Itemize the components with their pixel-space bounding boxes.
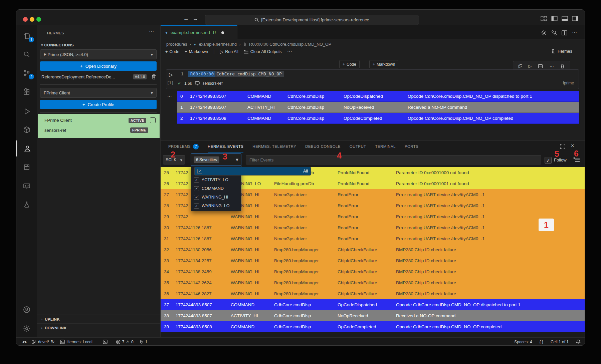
profile-card-active[interactable]: FPrime Client ACTIVE sensors-ref FPRIME <box>38 114 160 138</box>
sidebar-item-search[interactable] <box>16 46 37 62</box>
filter-events-input[interactable] <box>246 155 541 164</box>
table-row[interactable]: 2 1774244893.8508 COMMAND CdhCore.cmdDis… <box>177 113 579 124</box>
sidebar-item-source-control[interactable]: 2 <box>16 65 37 81</box>
remote-indicator[interactable]: >< <box>22 340 26 344</box>
command-center-search[interactable]: [Extension Development Host] fprime-sens… <box>205 15 419 25</box>
breadcrumb-item[interactable]: R00:00:00 CdhCore.cmdDisp.CMD_NO_OP <box>249 42 331 47</box>
settings-button[interactable] <box>16 321 37 337</box>
tab-hermes-telemetry[interactable]: HERMES: TELEMETRY <box>252 140 296 152</box>
trash-icon[interactable] <box>151 74 156 79</box>
forward-arrow-icon[interactable]: → <box>193 15 198 22</box>
create-profile-button[interactable]: +Create Profile <box>40 100 157 109</box>
hermes-server-item[interactable]: Hermes: Local <box>60 340 92 344</box>
table-row[interactable]: 37 1774244893.8507 COMMAND CdhCore.cmdDi… <box>161 299 585 310</box>
severity-option[interactable]: ✓ WARNING_LO <box>191 202 241 210</box>
split-cell-icon[interactable] <box>538 64 543 69</box>
tab-debug-console[interactable]: DEBUG CONSOLE <box>305 140 341 152</box>
table-row[interactable]: 0 1774244893.8507 COMMAND CdhCore.cmdDis… <box>177 91 579 102</box>
toggle-sidebar-left-icon[interactable] <box>551 16 558 21</box>
tab-output[interactable]: OUTPUT <box>350 140 366 152</box>
table-row[interactable]: 29 17742 WARNING_HI NmeaGps.driver ReadE… <box>161 211 585 222</box>
table-row[interactable]: 32 1774241130.2056 WARNING_HI Bmp280.bmp… <box>161 244 585 255</box>
connections-section-header[interactable]: ▾ CONNECTIONS <box>41 43 74 47</box>
sidebar-item-hermes[interactable] <box>16 140 38 156</box>
more-actions-icon[interactable]: ⋯ <box>572 30 578 36</box>
close-traffic-light[interactable] <box>23 17 28 22</box>
add-code-cell-button[interactable]: +Code <box>165 49 179 54</box>
back-arrow-icon[interactable]: ← <box>183 15 189 22</box>
code-line[interactable]: 1 R00:00:00CdhCore.cmdDisp.CMD_NO_OP <box>181 71 284 76</box>
sidebar-item-testing[interactable] <box>16 197 37 213</box>
ports-indicator[interactable]: 1 <box>139 340 148 344</box>
run-all-button[interactable]: ▷Run All <box>220 49 238 54</box>
add-markdown-cell-button[interactable]: +Markdown <box>185 49 208 54</box>
table-row[interactable]: 33 1774241134.2257 WARNING_HI Bmp280.bmp… <box>161 255 585 266</box>
account-button[interactable] <box>16 302 37 318</box>
sidebar-item-run-debug[interactable] <box>16 103 37 119</box>
table-row[interactable]: 35 1774241142.2624 WARNING_HI Bmp280.bmp… <box>161 277 585 288</box>
run-cell-icon[interactable]: ▷ <box>169 72 173 78</box>
clear-all-outputs-button[interactable]: Clear All Outputs <box>244 49 282 54</box>
insert-code-cell-button[interactable]: +Code <box>339 60 360 68</box>
follow-checkbox[interactable]: ✓ <box>545 157 552 164</box>
trash-icon[interactable] <box>560 64 565 68</box>
notebook-kernel-graph-icon[interactable] <box>551 30 557 36</box>
modified-dot-icon[interactable] <box>221 31 224 34</box>
maximize-panel-icon[interactable] <box>560 143 566 149</box>
sidebar-more-icon[interactable]: ⋯ <box>149 29 154 35</box>
toggle-sidebar-right-icon[interactable] <box>572 16 578 21</box>
git-branch-item[interactable]: devel* ↻ <box>32 339 54 344</box>
open-dictionary-button[interactable]: +Open Dictionary <box>40 61 157 71</box>
customize-layout-icon[interactable] <box>541 16 547 21</box>
table-row[interactable]: 30 1774241126.1887 WARNING_HI NmeaGps.dr… <box>161 222 585 233</box>
minimize-traffic-light[interactable] <box>30 17 34 22</box>
maximize-traffic-light[interactable] <box>36 17 41 22</box>
bell-icon[interactable] <box>576 339 581 344</box>
code-cell[interactable]: ▷ [1] 1 R00:00:00CdhCore.cmdDisp.CMD_NO_… <box>166 69 579 89</box>
severities-multiselect[interactable]: 6 Severities ▾ <box>191 153 241 166</box>
run-below-icon[interactable]: ▷̅ <box>519 64 522 69</box>
table-row[interactable]: 31 1774241126.1887 WARNING_HI NmeaGps.dr… <box>161 233 585 244</box>
cell-position-indicator[interactable]: Cell 1 of 1 <box>551 340 569 344</box>
run-cell-icon[interactable]: ▷ <box>528 64 532 69</box>
language-mode-indicator[interactable]: { } <box>540 340 543 344</box>
severity-option[interactable]: ✓ All <box>194 167 311 175</box>
split-editor-icon[interactable] <box>561 30 568 36</box>
close-panel-icon[interactable]: × <box>571 143 577 149</box>
table-row[interactable]: 38 1774244893.8507 ACTIVITY_HI CdhCore.c… <box>161 310 585 321</box>
tab-example-hermes-md[interactable]: ▼ example.hermes.md U <box>161 25 237 39</box>
insert-markdown-cell-button[interactable]: +Markdown <box>369 60 398 68</box>
output-more-actions-icon[interactable]: ⋯ <box>167 94 172 99</box>
profile-checkbox[interactable] <box>150 117 156 123</box>
problems-indicator[interactable]: 7 ⚠ 0 <box>116 340 134 344</box>
kernel-picker[interactable]: Hermes <box>551 49 572 54</box>
severity-option[interactable]: ✓ COMMAND <box>191 184 241 193</box>
indentation-indicator[interactable]: Spaces: 4 <box>514 340 532 344</box>
severity-option[interactable]: ✓ WARNING_HI <box>191 193 241 202</box>
sidebar-item-circuit[interactable] <box>16 159 37 175</box>
more-actions-icon[interactable]: ⋯ <box>287 49 292 55</box>
table-row[interactable]: 34 1774241138.2459 WARNING_HI Bmp280.bmp… <box>161 266 585 277</box>
tab-ports[interactable]: PORTS <box>405 140 418 152</box>
sidebar-item-explorer[interactable]: 1 <box>16 28 37 44</box>
uplink-section-header[interactable]: ›UPLINK <box>37 315 160 323</box>
table-row[interactable]: 1 1774244893.8507 ACTIVITY_HI CdhCore.cm… <box>177 102 579 113</box>
tab-terminal[interactable]: TERMINAL <box>375 140 396 152</box>
breadcrumb-item[interactable]: example.hermes.md <box>199 42 237 47</box>
terminal-indicator[interactable] <box>103 340 108 344</box>
gear-icon[interactable] <box>541 30 547 36</box>
more-actions-icon[interactable]: ⋯ <box>550 64 554 69</box>
sidebar-item-extensions[interactable] <box>16 84 37 100</box>
dictionary-item[interactable]: ReferenceDeployment.ReferenceDe... V4.1.… <box>41 74 156 79</box>
client-type-select[interactable]: FPrime Client▾ <box>40 88 157 98</box>
table-row[interactable]: 36 1774241146.2827 WARNING_HI Bmp280.bmp… <box>161 288 585 299</box>
sidebar-item-package[interactable] <box>16 122 37 138</box>
sidebar-item-remote-explorer[interactable] <box>16 178 37 194</box>
table-row[interactable]: 39 1774244893.8508 COMMAND CdhCore.cmdDi… <box>161 321 585 332</box>
tab-hermes-events[interactable]: HERMES: EVENTS <box>208 140 243 152</box>
dictionary-select[interactable]: F Prime (JSON, >=4.0)▾ <box>40 49 157 59</box>
severity-option[interactable]: ✓ ACTIVITY_LO <box>191 175 241 184</box>
toggle-panel-icon[interactable] <box>562 16 568 21</box>
breadcrumb-item[interactable]: procedures <box>166 42 187 47</box>
downlink-section-header[interactable]: ›DOWNLINK <box>37 323 160 332</box>
